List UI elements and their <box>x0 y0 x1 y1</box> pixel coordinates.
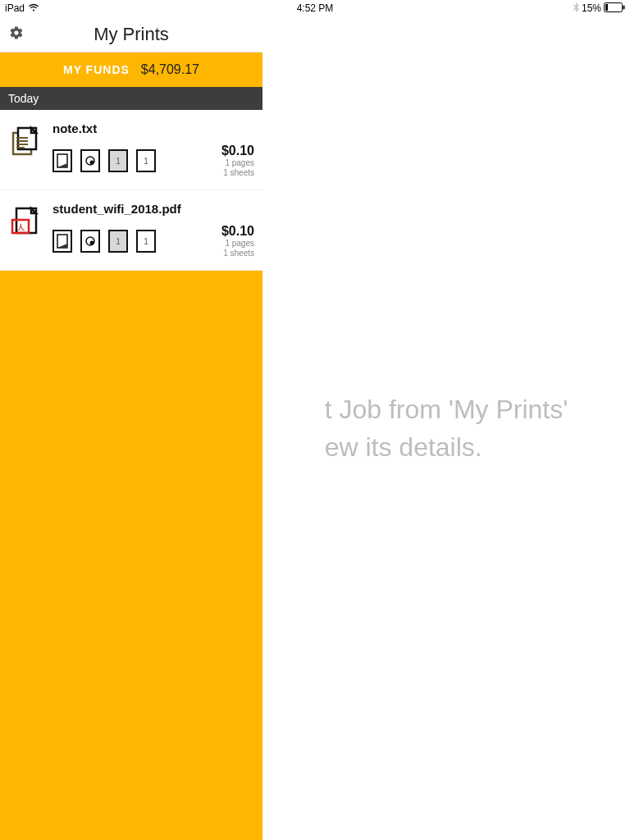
svg-text:人: 人 <box>16 223 25 231</box>
svg-rect-1 <box>623 5 625 9</box>
battery-label: 15% <box>582 2 601 14</box>
funds-amount: $4,709.17 <box>141 62 199 77</box>
job-pages: 1 pages <box>221 239 254 249</box>
svg-point-12 <box>90 161 94 165</box>
placeholder-text: t Job from 'My Prints' ew its details. <box>325 390 568 467</box>
job-pages: 1 pages <box>221 158 254 168</box>
job-list: note.txt 1 1 $0.10 1 pages 1 sheets <box>0 110 262 271</box>
job-price: $0.10 <box>221 144 254 158</box>
job-item[interactable]: 人 student_wifi_2018.pdf 1 1 $0.10 <box>0 190 262 271</box>
svg-rect-2 <box>605 4 608 11</box>
time-label: 4:52 PM <box>297 2 334 14</box>
carrier-label: iPad <box>5 2 25 14</box>
section-header-today: Today <box>0 87 262 110</box>
header: My Prints <box>0 16 262 52</box>
pages-per-side-icon: 1 <box>108 149 128 172</box>
job-item[interactable]: note.txt 1 1 $0.10 1 pages 1 sheets <box>0 110 262 190</box>
color-icon <box>80 230 100 253</box>
bluetooth-icon <box>573 2 579 15</box>
detail-pane: t Job from 'My Prints' ew its details. <box>262 16 630 840</box>
svg-marker-10 <box>57 163 67 167</box>
copies-icon: 1 <box>136 230 156 253</box>
gear-icon <box>9 25 24 43</box>
job-sheets: 1 sheets <box>221 249 254 258</box>
sidebar-fill <box>0 271 262 840</box>
duplex-icon <box>52 149 72 172</box>
color-icon <box>80 149 100 172</box>
funds-label: MY FUNDS <box>63 63 130 76</box>
job-price: $0.10 <box>221 224 254 239</box>
job-options: 1 1 <box>52 149 156 172</box>
wifi-icon <box>28 2 39 14</box>
file-txt-icon <box>8 125 41 158</box>
job-name: student_wifi_2018.pdf <box>52 202 254 216</box>
svg-marker-17 <box>57 244 67 248</box>
sidebar: My Prints MY FUNDS $4,709.17 Today <box>0 16 262 840</box>
job-options: 1 1 <box>52 230 156 253</box>
funds-bar[interactable]: MY FUNDS $4,709.17 <box>0 52 262 87</box>
duplex-icon <box>52 230 72 253</box>
pages-per-side-icon: 1 <box>108 230 128 253</box>
settings-button[interactable] <box>0 25 33 43</box>
status-bar: iPad 4:52 PM 15% <box>0 0 630 16</box>
copies-icon: 1 <box>136 149 156 172</box>
battery-icon <box>604 2 625 15</box>
page-title: My Prints <box>94 24 169 45</box>
job-name: note.txt <box>52 121 254 135</box>
job-sheets: 1 sheets <box>221 168 254 178</box>
file-pdf-icon: 人 <box>8 205 41 238</box>
svg-point-19 <box>90 241 94 245</box>
